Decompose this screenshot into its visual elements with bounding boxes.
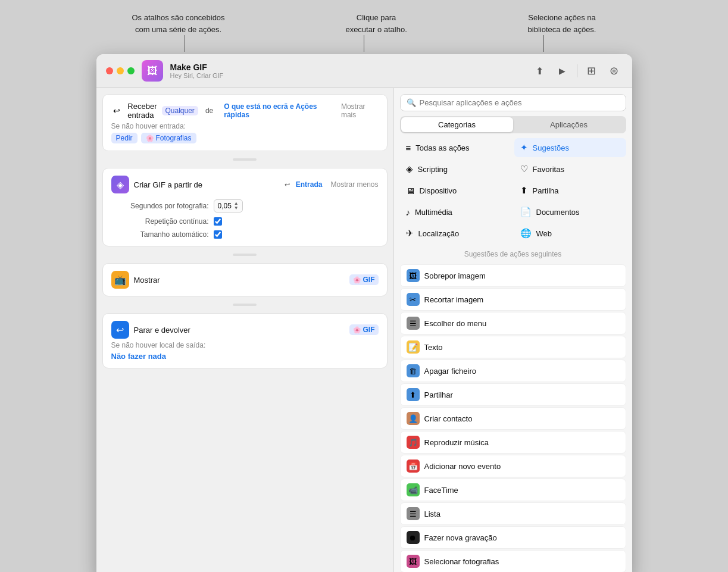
maximize-button[interactable] <box>127 67 135 74</box>
sug-create-contact[interactable]: 👤 Criar contacto <box>400 407 626 430</box>
web-icon: 🌐 <box>520 228 532 239</box>
tab-applications[interactable]: Aplicações <box>513 117 625 132</box>
title-info: Make GIF Hey Siri, Criar GIF <box>170 62 524 79</box>
app-window: 🖼 Make GIF Hey Siri, Criar GIF ⬆ ▶ ⊞ ⊜ ↩… <box>96 54 632 572</box>
location-icon: ✈ <box>406 228 414 239</box>
repeat-field: Repetição contínua: <box>114 217 379 226</box>
action-show-gif: 📺 Mostrar 🌸 GIF <box>102 263 388 296</box>
sug-delete-icon: 🗑 <box>407 364 420 377</box>
library-button[interactable]: ⊞ <box>583 62 600 79</box>
annotation-right: Selecione ações na biblioteca de ações. <box>528 12 596 35</box>
autosize-checkbox[interactable] <box>214 230 222 239</box>
device-icon: 🖥 <box>406 186 415 196</box>
suggestions-header: Sugestões de ações seguintes <box>400 248 626 260</box>
no-action-link[interactable]: Não fazer nada <box>111 352 166 361</box>
receive-icon: ↩ <box>111 104 123 117</box>
categories-grid: ≡ Todas as ações ✦ Sugestões ◈ Scripting… <box>400 138 626 243</box>
action-create-gif: ◈ Criar GIF a partir de ↩ Entrada Mostra… <box>102 168 388 246</box>
library-panel: 🔍 Categorias Aplicações ≡ Todas as ações… <box>394 88 632 572</box>
cat-device[interactable]: 🖥 Dispositivo <box>400 181 512 200</box>
sug-menu-icon: ☰ <box>407 317 420 330</box>
receive-source-pill[interactable]: O que está no ecrã e Ações rápidas <box>220 102 336 120</box>
tab-categories[interactable]: Categorias <box>401 117 513 132</box>
show-more-btn[interactable]: Mostrar mais <box>341 102 379 119</box>
sug-crop-icon: ✂ <box>407 293 420 306</box>
drag-handle-1 <box>233 158 257 161</box>
stepper-down[interactable]: ▼ <box>234 206 239 211</box>
receive-sub-label: Se não houver entrada: <box>111 122 379 130</box>
annotation-right-line <box>543 35 544 52</box>
create-gif-icon: ◈ <box>111 176 129 193</box>
sug-event-icon: 📅 <box>407 460 420 473</box>
cat-documents[interactable]: 📄 Documentos <box>514 202 626 221</box>
cat-favorites[interactable]: ♡ Favoritas <box>514 160 626 179</box>
sug-play-music[interactable]: 🎵 Reproduzir música <box>400 431 626 454</box>
search-input[interactable] <box>420 98 620 107</box>
share-icon: ⬆ <box>520 185 528 196</box>
seconds-label: Segundos por fotografia: <box>114 202 209 210</box>
cat-web[interactable]: 🌐 Web <box>514 224 626 243</box>
sug-delete-file[interactable]: 🗑 Apagar ficheiro <box>400 360 626 382</box>
annotation-center: Clique para executar o atalho. <box>345 12 407 35</box>
receive-pills-row: Pedir 🌸 Fotografias <box>111 133 379 143</box>
drag-handle-3 <box>233 304 257 306</box>
sug-photos-icon: 🖼 <box>407 555 420 568</box>
segment-control: Categorias Aplicações <box>400 116 626 133</box>
main-area: ↩ Receber entrada Qualquer de O que está… <box>96 88 632 572</box>
show-less-btn[interactable]: Mostrar menos <box>330 180 378 189</box>
sug-select-photos[interactable]: 🖼 Selecionar fotografias <box>400 550 626 572</box>
sug-choose-menu[interactable]: ☰ Escolher do menu <box>400 312 626 335</box>
pill-fotografias[interactable]: 🌸 Fotografias <box>141 133 196 143</box>
cat-location[interactable]: ✈ Localização <box>400 224 512 243</box>
autosize-label: Tamanho automático: <box>114 230 209 239</box>
suggestions-icon: ✦ <box>520 142 528 153</box>
traffic-lights <box>106 67 135 74</box>
sug-overlay-image[interactable]: 🖼 Sobrepor imagem <box>400 264 626 287</box>
close-button[interactable] <box>106 67 113 74</box>
cat-all-actions[interactable]: ≡ Todas as ações <box>400 138 512 157</box>
seconds-stepper[interactable]: ▲ ▼ <box>234 201 239 211</box>
autosize-field: Tamanho automático: <box>114 230 379 239</box>
titlebar-actions: ⬆ ▶ ⊞ ⊜ <box>532 62 623 79</box>
stop-return-header: ↩ Parar e devolver 🌸 GIF <box>111 321 379 339</box>
annotation-left: Os atalhos são concebidos com uma série … <box>132 12 225 35</box>
sug-recording-icon: ⏺ <box>407 531 420 544</box>
search-bar: 🔍 <box>400 94 626 111</box>
seconds-value: 0,05 ▲ ▼ <box>214 199 243 212</box>
sug-overlay-icon: 🖼 <box>407 269 420 282</box>
sug-text[interactable]: 📝 Texto <box>400 336 626 358</box>
suggestions-list: 🖼 Sobrepor imagem ✂ Recortar imagem ☰ Es… <box>400 264 626 572</box>
sug-list-icon: ☰ <box>407 507 420 520</box>
sug-facetime-icon: 📹 <box>407 483 420 496</box>
share-button[interactable]: ⬆ <box>532 62 548 79</box>
cat-scripting[interactable]: ◈ Scripting <box>400 160 512 179</box>
sug-share-icon: ⬆ <box>407 388 420 401</box>
cat-media[interactable]: ♪ Multimédia <box>400 202 512 221</box>
stop-sub-label: Se não houver local de saída: <box>111 341 379 349</box>
action-receive-input: ↩ Receber entrada Qualquer de O que está… <box>102 94 388 151</box>
sug-recording[interactable]: ⏺ Fazer nova gravação <box>400 526 626 549</box>
search-icon: 🔍 <box>407 98 416 107</box>
sug-crop-image[interactable]: ✂ Recortar imagem <box>400 288 626 311</box>
create-gif-header: ◈ Criar GIF a partir de ↩ Entrada Mostra… <box>111 176 379 193</box>
gif-entry-pill[interactable]: Entrada <box>292 180 326 189</box>
documents-icon: 📄 <box>520 207 532 217</box>
titlebar: 🖼 Make GIF Hey Siri, Criar GIF ⬆ ▶ ⊞ ⊜ <box>96 54 632 88</box>
filter-button[interactable]: ⊜ <box>606 62 623 79</box>
toolbar-divider <box>577 64 577 77</box>
sug-contact-icon: 👤 <box>407 412 420 425</box>
pill-pedir[interactable]: Pedir <box>111 133 138 143</box>
repeat-checkbox[interactable] <box>214 217 222 226</box>
sug-share[interactable]: ⬆ Partilhar <box>400 383 626 406</box>
sug-facetime[interactable]: 📹 FaceTime <box>400 479 626 501</box>
sug-list[interactable]: ☰ Lista <box>400 502 626 525</box>
cat-share[interactable]: ⬆ Partilha <box>514 181 626 200</box>
play-button[interactable]: ▶ <box>554 62 571 79</box>
action-receive-header: ↩ Receber entrada Qualquer de O que está… <box>111 102 379 120</box>
app-icon: 🖼 <box>142 60 163 82</box>
receive-any-pill[interactable]: Qualquer <box>162 106 198 115</box>
sug-add-event[interactable]: 📅 Adicionar novo evento <box>400 455 626 477</box>
minimize-button[interactable] <box>117 67 124 74</box>
cat-suggestions[interactable]: ✦ Sugestões <box>514 138 626 157</box>
sug-text-icon: 📝 <box>407 340 420 354</box>
